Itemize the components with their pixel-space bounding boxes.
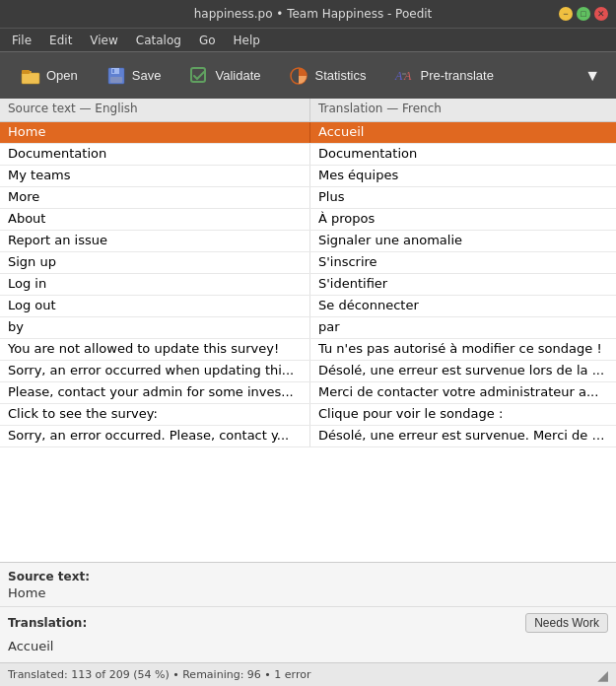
table-row[interactable]: You are not allowed to update this surve… xyxy=(0,339,616,361)
main-area: Source text — English Translation — Fren… xyxy=(0,99,616,686)
table-rows[interactable]: HomeAccueilDocumentationDocumentationMy … xyxy=(0,122,616,562)
table-row[interactable]: Log inS'identifier xyxy=(0,274,616,296)
table-row[interactable]: HomeAccueil xyxy=(0,122,616,144)
menu-file[interactable]: File xyxy=(4,32,39,49)
table-row[interactable]: My teamsMes équipes xyxy=(0,166,616,187)
validate-button[interactable]: Validate xyxy=(176,58,272,94)
header-source: Source text — English xyxy=(0,99,310,121)
minimize-button[interactable]: − xyxy=(559,7,573,21)
row-source-cell: About xyxy=(0,209,310,230)
svg-text:A: A xyxy=(403,69,412,83)
row-source-cell: Sign up xyxy=(0,252,310,273)
open-icon xyxy=(20,65,41,87)
table-row[interactable]: Log outSe déconnecter xyxy=(0,296,616,317)
menu-catalog[interactable]: Catalog xyxy=(128,32,189,49)
row-translation-cell: Accueil xyxy=(310,122,616,143)
pretranslate-label: Pre-translate xyxy=(420,68,493,83)
translation-section: Translation: Needs Work Accueil xyxy=(0,607,616,662)
title-bar: happiness.po • Team Happiness - Poedit −… xyxy=(0,0,616,28)
svg-rect-2 xyxy=(22,70,30,74)
validate-label: Validate xyxy=(215,68,260,83)
bottom-panel: Source text: Home Translation: Needs Wor… xyxy=(0,562,616,662)
row-translation-cell: Merci de contacter votre administrateur … xyxy=(310,382,616,403)
source-label: Source text: xyxy=(8,570,90,583)
statistics-label: Statistics xyxy=(314,68,366,83)
needs-work-button[interactable]: Needs Work xyxy=(525,613,608,633)
status-bar: Translated: 113 of 209 (54 %) • Remainin… xyxy=(0,662,616,686)
table-row[interactable]: Click to see the survey:Clique pour voir… xyxy=(0,404,616,426)
table-row[interactable]: MorePlus xyxy=(0,187,616,209)
svg-rect-7 xyxy=(191,68,205,82)
row-source-cell: Documentation xyxy=(0,144,310,165)
svg-rect-6 xyxy=(110,77,122,83)
row-source-cell: Report an issue xyxy=(0,231,310,251)
translation-value: Accueil xyxy=(8,637,608,660)
statistics-icon xyxy=(288,65,309,87)
row-translation-cell: par xyxy=(310,317,616,338)
header-translation: Translation — French xyxy=(310,99,616,121)
translation-table: Source text — English Translation — Fren… xyxy=(0,99,616,562)
row-source-cell: Sorry, an error occurred when updating t… xyxy=(0,361,310,381)
row-translation-cell: Mes équipes xyxy=(310,166,616,186)
menu-bar: File Edit View Catalog Go Help xyxy=(0,28,616,51)
table-row[interactable]: Sign upS'inscrire xyxy=(0,252,616,274)
save-icon xyxy=(105,65,127,87)
row-source-cell: by xyxy=(0,317,310,338)
table-row[interactable]: Report an issueSignaler une anomalie xyxy=(0,231,616,252)
row-translation-cell: Signaler une anomalie xyxy=(310,231,616,251)
row-source-cell: Home xyxy=(0,122,310,143)
translation-label: Translation: xyxy=(8,616,87,630)
table-row[interactable]: DocumentationDocumentation xyxy=(0,144,616,166)
row-translation-cell: Se déconnecter xyxy=(310,296,616,316)
row-source-cell: You are not allowed to update this surve… xyxy=(0,339,310,360)
row-source-cell: Sorry, an error occurred. Please, contac… xyxy=(0,426,310,446)
menu-go[interactable]: Go xyxy=(191,32,224,49)
menu-help[interactable]: Help xyxy=(226,32,268,49)
toolbar-more-button[interactable]: ▼ xyxy=(577,63,608,89)
svg-rect-5 xyxy=(112,69,114,73)
row-source-cell: Log out xyxy=(0,296,310,316)
table-row[interactable]: Sorry, an error occurred when updating t… xyxy=(0,361,616,382)
source-value: Home xyxy=(8,583,608,604)
svg-rect-1 xyxy=(22,73,39,84)
table-row[interactable]: Please, contact your admin for some inve… xyxy=(0,382,616,404)
row-translation-cell: Tu n'es pas autorisé à modifier ce sonda… xyxy=(310,339,616,360)
save-button[interactable]: Save xyxy=(94,58,173,94)
window-title: happiness.po • Team Happiness - Poedit xyxy=(67,7,559,21)
table-row[interactable]: AboutÀ propos xyxy=(0,209,616,231)
table-row[interactable]: Sorry, an error occurred. Please, contac… xyxy=(0,426,616,447)
maximize-button[interactable]: □ xyxy=(577,7,590,21)
row-translation-cell: Désolé, une erreur est survenue lors de … xyxy=(310,361,616,381)
row-translation-cell: S'identifier xyxy=(310,274,616,295)
row-source-cell: More xyxy=(0,187,310,208)
row-translation-cell: Plus xyxy=(310,187,616,208)
open-button[interactable]: Open xyxy=(8,58,90,94)
open-label: Open xyxy=(46,68,78,83)
row-translation-cell: Désolé, une erreur est survenue. Merci d… xyxy=(310,426,616,446)
table-row[interactable]: bypar xyxy=(0,317,616,339)
row-source-cell: Click to see the survey: xyxy=(0,404,310,425)
pretranslate-icon: A A xyxy=(393,65,415,87)
table-header: Source text — English Translation — Fren… xyxy=(0,99,616,122)
row-source-cell: Please, contact your admin for some inve… xyxy=(0,382,310,403)
status-icon: ◢ xyxy=(597,667,608,683)
menu-view[interactable]: View xyxy=(82,32,125,49)
menu-edit[interactable]: Edit xyxy=(41,32,80,49)
pretranslate-button[interactable]: A A Pre-translate xyxy=(381,58,505,94)
window-controls: − □ ✕ xyxy=(559,7,608,21)
row-translation-cell: À propos xyxy=(310,209,616,230)
close-button[interactable]: ✕ xyxy=(594,7,608,21)
validate-icon xyxy=(188,65,210,87)
translation-header-row: Translation: Needs Work xyxy=(8,613,608,633)
status-text: Translated: 113 of 209 (54 %) • Remainin… xyxy=(8,668,310,681)
source-section: Source text: Home xyxy=(0,563,616,607)
row-translation-cell: Documentation xyxy=(310,144,616,165)
svg-text:A: A xyxy=(394,69,403,83)
save-label: Save xyxy=(132,68,162,83)
row-source-cell: Log in xyxy=(0,274,310,295)
row-translation-cell: S'inscrire xyxy=(310,252,616,273)
statistics-button[interactable]: Statistics xyxy=(276,58,377,94)
row-translation-cell: Clique pour voir le sondage : xyxy=(310,404,616,425)
row-source-cell: My teams xyxy=(0,166,310,186)
toolbar: Open Save Validate xyxy=(0,51,616,99)
